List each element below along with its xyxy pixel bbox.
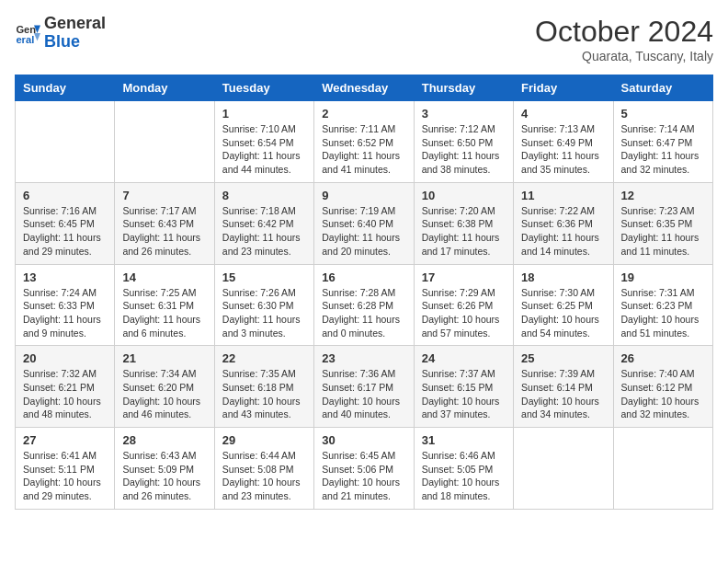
calendar-cell: 11Sunrise: 7:22 AMSunset: 6:36 PMDayligh… xyxy=(514,182,613,264)
cell-content: Sunrise: 7:16 AMSunset: 6:45 PMDaylight:… xyxy=(23,204,107,259)
cell-content: Sunrise: 7:35 AMSunset: 6:18 PMDaylight:… xyxy=(222,367,306,421)
day-number: 9 xyxy=(322,189,405,202)
day-number: 19 xyxy=(621,270,705,284)
cell-content: Sunrise: 7:23 AMSunset: 6:35 PMDaylight:… xyxy=(621,204,705,259)
calendar-cell: 23Sunrise: 7:36 AMSunset: 6:17 PMDayligh… xyxy=(314,346,414,428)
cell-content: Sunrise: 7:17 AMSunset: 6:43 PMDaylight:… xyxy=(122,204,206,259)
day-number: 20 xyxy=(23,351,107,365)
calendar-cell: 2Sunrise: 7:11 AMSunset: 6:52 PMDaylight… xyxy=(314,101,414,183)
cell-content: Sunrise: 6:43 AMSunset: 5:09 PMDaylight:… xyxy=(122,449,206,503)
day-number: 18 xyxy=(521,270,605,284)
calendar-cell xyxy=(613,428,712,510)
cell-content: Sunrise: 7:18 AMSunset: 6:42 PMDaylight:… xyxy=(222,204,306,259)
calendar-cell: 16Sunrise: 7:28 AMSunset: 6:28 PMDayligh… xyxy=(314,264,414,346)
weekday-header: Wednesday xyxy=(314,75,414,101)
calendar-cell: 8Sunrise: 7:18 AMSunset: 6:42 PMDaylight… xyxy=(214,182,313,264)
day-number: 21 xyxy=(122,351,206,365)
calendar-week-row: 27Sunrise: 6:41 AMSunset: 5:11 PMDayligh… xyxy=(16,428,713,510)
logo-icon: Gen eral xyxy=(15,20,40,46)
day-number: 22 xyxy=(222,351,306,365)
calendar-cell: 17Sunrise: 7:29 AMSunset: 6:26 PMDayligh… xyxy=(414,264,513,346)
calendar-cell: 6Sunrise: 7:16 AMSunset: 6:45 PMDaylight… xyxy=(16,182,115,264)
calendar-cell: 7Sunrise: 7:17 AMSunset: 6:43 PMDaylight… xyxy=(115,182,214,264)
day-number: 14 xyxy=(122,270,206,284)
day-number: 10 xyxy=(422,189,506,202)
calendar-cell: 4Sunrise: 7:13 AMSunset: 6:49 PMDaylight… xyxy=(514,101,613,183)
cell-content: Sunrise: 6:46 AMSunset: 5:05 PMDaylight:… xyxy=(422,449,506,503)
calendar-cell: 10Sunrise: 7:20 AMSunset: 6:38 PMDayligh… xyxy=(414,182,513,264)
cell-content: Sunrise: 7:13 AMSunset: 6:49 PMDaylight:… xyxy=(521,122,605,177)
day-number: 7 xyxy=(122,189,206,202)
calendar-cell xyxy=(16,101,115,183)
cell-content: Sunrise: 7:10 AMSunset: 6:54 PMDaylight:… xyxy=(222,122,306,177)
calendar-cell: 18Sunrise: 7:30 AMSunset: 6:25 PMDayligh… xyxy=(514,264,613,346)
calendar-cell: 3Sunrise: 7:12 AMSunset: 6:50 PMDaylight… xyxy=(414,101,513,183)
calendar-week-row: 1Sunrise: 7:10 AMSunset: 6:54 PMDaylight… xyxy=(16,101,713,183)
calendar-week-row: 20Sunrise: 7:32 AMSunset: 6:21 PMDayligh… xyxy=(16,346,713,428)
calendar-header-row: SundayMondayTuesdayWednesdayThursdayFrid… xyxy=(16,75,713,101)
calendar-cell: 9Sunrise: 7:19 AMSunset: 6:40 PMDaylight… xyxy=(314,182,414,264)
day-number: 5 xyxy=(621,107,705,121)
day-number: 29 xyxy=(222,433,306,447)
svg-text:eral: eral xyxy=(16,34,34,45)
cell-content: Sunrise: 7:39 AMSunset: 6:14 PMDaylight:… xyxy=(521,367,605,421)
calendar-cell: 19Sunrise: 7:31 AMSunset: 6:23 PMDayligh… xyxy=(613,264,712,346)
calendar-cell: 21Sunrise: 7:34 AMSunset: 6:20 PMDayligh… xyxy=(115,346,214,428)
day-number: 13 xyxy=(23,270,107,284)
cell-content: Sunrise: 7:34 AMSunset: 6:20 PMDaylight:… xyxy=(122,367,206,421)
weekday-header: Friday xyxy=(514,75,613,101)
calendar-cell: 29Sunrise: 6:44 AMSunset: 5:08 PMDayligh… xyxy=(214,428,313,510)
calendar-cell: 13Sunrise: 7:24 AMSunset: 6:33 PMDayligh… xyxy=(16,264,115,346)
calendar-cell: 27Sunrise: 6:41 AMSunset: 5:11 PMDayligh… xyxy=(16,428,115,510)
weekday-header: Monday xyxy=(115,75,214,101)
cell-content: Sunrise: 7:40 AMSunset: 6:12 PMDaylight:… xyxy=(621,367,705,421)
calendar-cell: 26Sunrise: 7:40 AMSunset: 6:12 PMDayligh… xyxy=(613,346,712,428)
calendar-cell: 22Sunrise: 7:35 AMSunset: 6:18 PMDayligh… xyxy=(214,346,313,428)
cell-content: Sunrise: 7:30 AMSunset: 6:25 PMDaylight:… xyxy=(521,286,605,340)
day-number: 15 xyxy=(222,270,306,284)
calendar-cell: 28Sunrise: 6:43 AMSunset: 5:09 PMDayligh… xyxy=(115,428,214,510)
day-number: 11 xyxy=(521,189,605,202)
calendar-cell: 15Sunrise: 7:26 AMSunset: 6:30 PMDayligh… xyxy=(214,264,313,346)
title-block: October 2024 Quarata, Tuscany, Italy xyxy=(535,15,713,63)
day-number: 6 xyxy=(23,189,107,202)
cell-content: Sunrise: 7:26 AMSunset: 6:30 PMDaylight:… xyxy=(222,286,306,340)
day-number: 26 xyxy=(621,351,705,365)
calendar-body: 1Sunrise: 7:10 AMSunset: 6:54 PMDaylight… xyxy=(16,101,713,510)
calendar-cell xyxy=(115,101,214,183)
cell-content: Sunrise: 7:20 AMSunset: 6:38 PMDaylight:… xyxy=(422,204,506,259)
weekday-header: Tuesday xyxy=(214,75,313,101)
day-number: 24 xyxy=(422,351,506,365)
svg-marker-3 xyxy=(34,33,40,40)
cell-content: Sunrise: 6:44 AMSunset: 5:08 PMDaylight:… xyxy=(222,449,306,503)
cell-content: Sunrise: 7:37 AMSunset: 6:15 PMDaylight:… xyxy=(422,367,506,421)
day-number: 16 xyxy=(322,270,405,284)
logo: Gen eral General Blue xyxy=(15,15,106,52)
cell-content: Sunrise: 7:22 AMSunset: 6:36 PMDaylight:… xyxy=(521,204,605,259)
day-number: 17 xyxy=(422,270,506,284)
cell-content: Sunrise: 7:32 AMSunset: 6:21 PMDaylight:… xyxy=(23,367,107,421)
calendar-cell: 20Sunrise: 7:32 AMSunset: 6:21 PMDayligh… xyxy=(16,346,115,428)
month-title: October 2024 xyxy=(535,15,713,49)
cell-content: Sunrise: 7:29 AMSunset: 6:26 PMDaylight:… xyxy=(422,286,506,340)
calendar-cell: 5Sunrise: 7:14 AMSunset: 6:47 PMDaylight… xyxy=(613,101,712,183)
calendar-week-row: 6Sunrise: 7:16 AMSunset: 6:45 PMDaylight… xyxy=(16,182,713,264)
location-subtitle: Quarata, Tuscany, Italy xyxy=(535,49,713,63)
cell-content: Sunrise: 7:11 AMSunset: 6:52 PMDaylight:… xyxy=(322,122,405,177)
calendar-table: SundayMondayTuesdayWednesdayThursdayFrid… xyxy=(15,75,713,510)
svg-text:Gen: Gen xyxy=(16,24,36,35)
cell-content: Sunrise: 7:14 AMSunset: 6:47 PMDaylight:… xyxy=(621,122,705,177)
calendar-week-row: 13Sunrise: 7:24 AMSunset: 6:33 PMDayligh… xyxy=(16,264,713,346)
calendar-cell xyxy=(514,428,613,510)
calendar-cell: 12Sunrise: 7:23 AMSunset: 6:35 PMDayligh… xyxy=(613,182,712,264)
cell-content: Sunrise: 7:19 AMSunset: 6:40 PMDaylight:… xyxy=(322,204,405,259)
day-number: 3 xyxy=(422,107,506,121)
page-header: Gen eral General Blue October 2024 Quara… xyxy=(15,15,713,63)
day-number: 4 xyxy=(521,107,605,121)
cell-content: Sunrise: 7:31 AMSunset: 6:23 PMDaylight:… xyxy=(621,286,705,340)
calendar-cell: 14Sunrise: 7:25 AMSunset: 6:31 PMDayligh… xyxy=(115,264,214,346)
day-number: 23 xyxy=(322,351,405,365)
calendar-cell: 25Sunrise: 7:39 AMSunset: 6:14 PMDayligh… xyxy=(514,346,613,428)
weekday-header: Thursday xyxy=(414,75,513,101)
weekday-header: Sunday xyxy=(16,75,115,101)
